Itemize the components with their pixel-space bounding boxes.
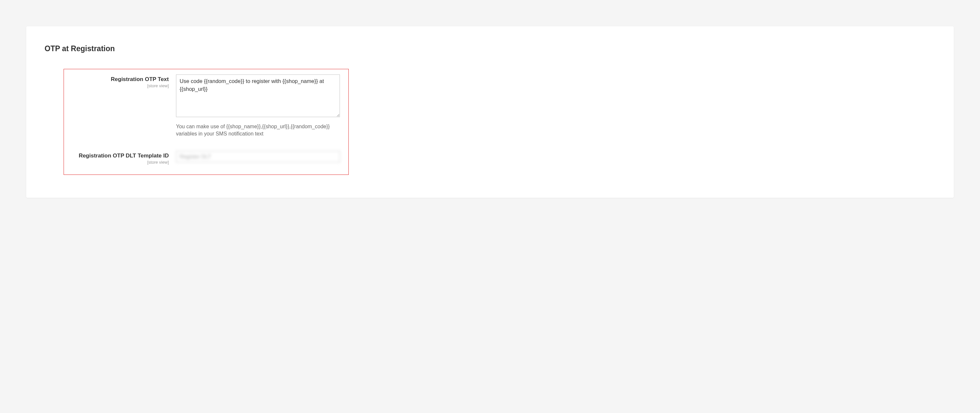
settings-card: OTP at Registration Registration OTP Tex… bbox=[26, 26, 954, 198]
dlt-template-label: Registration OTP DLT Template ID bbox=[79, 153, 169, 159]
field-spacer bbox=[68, 142, 344, 151]
registration-otp-text-label: Registration OTP Text bbox=[111, 76, 169, 82]
field-row-dlt-template: Registration OTP DLT Template ID [store … bbox=[68, 151, 344, 165]
section-title: OTP at Registration bbox=[43, 44, 937, 53]
registration-otp-text-scope: [store view] bbox=[68, 83, 169, 88]
input-col: You can make use of {{shop_name}},{{shop… bbox=[176, 75, 340, 138]
otp-registration-group: Registration OTP Text [store view] You c… bbox=[64, 69, 349, 175]
input-col bbox=[176, 151, 340, 163]
field-row-otp-text: Registration OTP Text [store view] You c… bbox=[68, 75, 344, 138]
label-col: Registration OTP DLT Template ID [store … bbox=[68, 151, 176, 165]
label-col: Registration OTP Text [store view] bbox=[68, 75, 176, 88]
dlt-template-input[interactable] bbox=[176, 151, 340, 163]
registration-otp-text-help: You can make use of {{shop_name}},{{shop… bbox=[176, 123, 340, 138]
dlt-template-scope: [store view] bbox=[68, 160, 169, 165]
registration-otp-text-input[interactable] bbox=[176, 75, 340, 117]
